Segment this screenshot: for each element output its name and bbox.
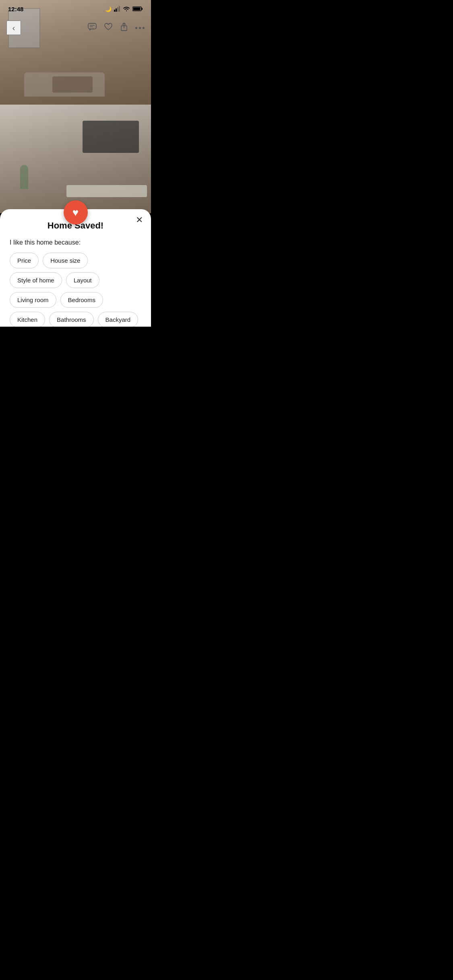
tag-pill[interactable]: Price [10,253,39,268]
sheet-subtitle: I like this home because: [10,239,141,246]
comment-icon[interactable] [88,23,97,33]
tag-pill[interactable]: Layout [66,272,99,288]
moon-icon: 🌙 [105,6,112,12]
dot-1 [135,27,137,29]
tv-decor [83,121,139,153]
svg-rect-0 [114,10,115,12]
share-icon[interactable] [120,23,128,33]
heart-fab-button[interactable]: ♥ [64,200,88,224]
tag-pill[interactable]: Style of home [10,272,62,288]
wifi-icon [123,6,130,12]
status-icons: 🌙 [105,6,143,12]
status-time: 12:48 [8,6,23,12]
table-decor [52,76,93,93]
signal-icon [114,6,120,12]
svg-rect-3 [119,6,120,12]
tag-pill[interactable]: House size [43,253,88,268]
svg-rect-2 [117,7,118,12]
tag-pill[interactable]: Bedrooms [60,292,103,308]
heart-fab-icon: ♥ [72,206,79,219]
close-button[interactable]: ✕ [136,216,143,224]
tag-pill[interactable]: Backyard [98,312,139,327]
svg-rect-5 [142,8,143,10]
home-saved-sheet: ✕ Home Saved! I like this home because: … [0,209,151,327]
tags-grid: PriceHouse sizeStyle of homeLayoutLiving… [10,253,141,327]
battery-icon [132,6,143,12]
dot-3 [143,27,145,29]
top-nav: ‹ [0,18,151,38]
tag-pill[interactable]: Kitchen [10,312,45,327]
svg-rect-6 [133,8,141,10]
plant-decor [20,165,28,189]
status-bar: 12:48 🌙 [0,0,151,18]
nav-actions [88,23,145,33]
svg-rect-1 [116,8,117,12]
heart-icon[interactable] [104,23,113,33]
more-options[interactable] [135,27,145,29]
dot-2 [139,27,141,29]
svg-rect-7 [88,23,96,29]
tag-pill[interactable]: Bathrooms [49,312,94,327]
back-button[interactable]: ‹ [6,21,21,35]
chevron-left-icon: ‹ [12,23,15,33]
tv-stand-decor [66,185,147,197]
tag-pill[interactable]: Living room [10,292,56,308]
photo-bottom [0,105,151,213]
